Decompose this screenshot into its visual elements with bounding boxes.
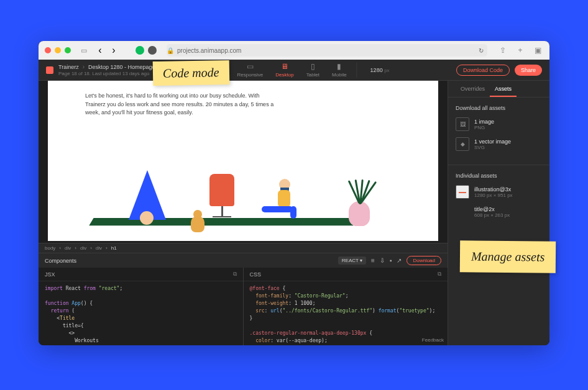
preview-body-text: Let's be honest, it's hard to fit workin…: [85, 92, 278, 117]
dom-seg[interactable]: div: [80, 245, 86, 251]
share-button[interactable]: Share: [515, 65, 542, 76]
feedback-link[interactable]: Feedback: [422, 337, 444, 343]
mobile-icon: ▮: [337, 62, 341, 71]
new-tab-icon[interactable]: +: [515, 46, 526, 55]
asset-row[interactable]: 🖼 1 image PNG: [456, 117, 542, 131]
url-text: projects.animaapp.com: [177, 47, 241, 54]
maximize-window-button[interactable]: [65, 47, 71, 53]
individual-heading: Individual assets: [456, 173, 542, 179]
annotation-manage-assets: Manage assets: [460, 240, 556, 273]
download-all-heading: Download all assets: [456, 105, 542, 111]
asset-row[interactable]: ◆ 1 vector image SVG: [456, 137, 542, 151]
minimize-window-button[interactable]: [55, 47, 61, 53]
asset-thumb: [456, 205, 469, 219]
traffic-lights: [45, 47, 71, 53]
dom-seg[interactable]: div: [96, 245, 102, 251]
copy-icon[interactable]: ⧉: [438, 271, 441, 278]
breadcrumb-project[interactable]: Trainerz: [58, 64, 79, 70]
mode-responsive[interactable]: ▭ Responsive: [231, 60, 270, 80]
tabs-icon[interactable]: ▣: [532, 46, 543, 55]
code-toolbar: Components REACT ▾ ≡ ⇩ ▪ ↗ Download: [39, 253, 448, 268]
preview-pane: Let's be honest, it's hard to fit workin…: [39, 81, 448, 243]
page-info: Page 18 of 18. Last updated 13 days ago: [58, 71, 162, 76]
dom-path: body› div› div› div› h1: [39, 243, 448, 253]
reload-icon[interactable]: ↻: [479, 47, 484, 54]
mode-desktop[interactable]: 🖥 Desktop: [269, 60, 300, 80]
components-tab[interactable]: Components: [45, 258, 76, 264]
preview-content[interactable]: Let's be honest, it's hard to fit workin…: [48, 81, 438, 241]
illustration: [85, 124, 401, 232]
breadcrumb: Trainerz › Desktop 1280 - Homepage ▾: [58, 63, 162, 70]
toolbar-icon-2[interactable]: ⇩: [380, 257, 385, 264]
app-header: Trainerz › Desktop 1280 - Homepage ▾ Pag…: [39, 60, 549, 81]
mode-mobile[interactable]: ▮ Mobile: [326, 60, 353, 80]
privacy-icon[interactable]: [148, 46, 157, 55]
css-pane: CSS ⧉ @font-face { font-family: "Castoro…: [244, 268, 448, 345]
share-icon[interactable]: ⇪: [497, 46, 508, 55]
mode-tablet[interactable]: ▯ Tablet: [300, 60, 326, 80]
forward-button[interactable]: ›: [108, 45, 119, 56]
viewport-size[interactable]: 1280 px: [370, 67, 390, 73]
assets-sidebar: Overrides Assets Download all assets 🖼 1…: [448, 81, 549, 345]
lock-icon: 🔒: [167, 47, 174, 54]
breadcrumb-page[interactable]: Desktop 1280 - Homepage: [88, 64, 155, 70]
close-window-button[interactable]: [45, 47, 51, 53]
code-panes: JSX ⧉ import React from "react"; functio…: [39, 268, 448, 345]
framework-select[interactable]: REACT ▾: [338, 256, 366, 265]
responsive-icon: ▭: [247, 62, 254, 71]
anima-logo[interactable]: [46, 66, 53, 74]
annotation-code-mode: Code mode: [153, 60, 229, 86]
back-button[interactable]: ‹: [94, 45, 106, 56]
css-label: CSS: [250, 271, 262, 278]
tablet-icon: ▯: [311, 62, 315, 71]
desktop-icon: 🖥: [281, 62, 288, 71]
download-button[interactable]: Download: [407, 256, 441, 265]
extension-icon[interactable]: [136, 46, 144, 55]
asset-thumb: ▬▬: [456, 185, 469, 199]
toolbar-icon-4[interactable]: ↗: [397, 257, 402, 264]
toolbar-icon-1[interactable]: ≡: [371, 257, 375, 264]
download-code-button[interactable]: Download Code: [456, 65, 510, 76]
vector-icon: ◆: [456, 137, 469, 151]
dom-seg[interactable]: body: [45, 245, 55, 251]
tab-assets[interactable]: Assets: [490, 81, 517, 97]
dom-seg[interactable]: div: [65, 245, 71, 251]
copy-icon[interactable]: ⧉: [233, 271, 237, 278]
image-icon: 🖼: [456, 117, 469, 131]
sidebar-toggle[interactable]: ▭: [81, 47, 87, 55]
dom-seg[interactable]: h1: [111, 245, 117, 251]
asset-row[interactable]: title@2x 608 px × 263 px: [456, 205, 542, 219]
tab-overrides[interactable]: Overrides: [456, 81, 490, 97]
browser-window: ▭ ‹ › 🔒 projects.animaapp.com ↻ ⇪ + ▣ Tr…: [39, 41, 549, 345]
jsx-label: JSX: [45, 271, 55, 278]
jsx-pane: JSX ⧉ import React from "react"; functio…: [39, 268, 244, 345]
css-code[interactable]: @font-face { font-family: "Castoro-Regul…: [244, 281, 448, 345]
browser-chrome: ▭ ‹ › 🔒 projects.animaapp.com ↻ ⇪ + ▣: [39, 41, 549, 60]
jsx-code[interactable]: import React from "react"; function App(…: [39, 281, 243, 345]
url-bar[interactable]: 🔒 projects.animaapp.com ↻: [167, 44, 487, 57]
toolbar-icon-3[interactable]: ▪: [390, 257, 392, 264]
asset-row[interactable]: ▬▬ illustration@3x 1280 px × 951 px: [456, 185, 542, 199]
